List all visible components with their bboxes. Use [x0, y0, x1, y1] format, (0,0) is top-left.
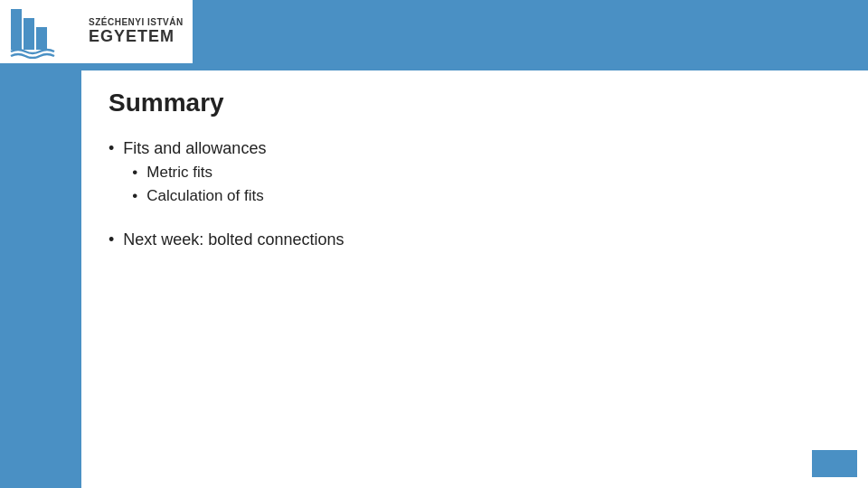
- list-item: Metric fits: [132, 164, 841, 182]
- logo-area: [0, 0, 81, 63]
- sub-bullet-list: Metric fits Calculation of fits: [132, 164, 841, 205]
- sub-bullet-metric: Metric fits: [146, 164, 212, 182]
- sub-bullet-calc: Calculation of fits: [146, 187, 263, 205]
- header-accent-line: [81, 63, 868, 70]
- list-item-next-week: Next week: bolted connections: [108, 230, 841, 249]
- bullet-list: Fits and allowances Metric fits Calculat…: [108, 139, 841, 249]
- slide-title: Summary: [108, 89, 841, 117]
- svg-rect-2: [36, 27, 47, 50]
- list-item: Fits and allowances Metric fits Calculat…: [108, 139, 841, 211]
- university-logo: [9, 5, 72, 59]
- left-sidebar: [0, 63, 81, 488]
- list-item: Calculation of fits: [132, 187, 841, 205]
- svg-rect-0: [11, 9, 22, 50]
- main-content: Summary Fits and allowances Metric fits …: [81, 70, 868, 488]
- header: SZÉCHENYI ISTVÁN EGYETEM: [0, 0, 868, 63]
- bullet-text-nextweek: Next week: bolted connections: [123, 230, 344, 249]
- bullet-group-fits: Fits and allowances Metric fits Calculat…: [123, 139, 841, 211]
- university-name-line2: EGYETEM: [89, 27, 184, 46]
- svg-rect-1: [24, 18, 34, 50]
- bullet-text-fits: Fits and allowances: [123, 139, 266, 157]
- bottom-right-decoration: [812, 450, 857, 477]
- university-name-area: SZÉCHENYI ISTVÁN EGYETEM: [81, 0, 184, 63]
- university-name-line1: SZÉCHENYI ISTVÁN: [89, 17, 184, 27]
- header-blue-bar: [193, 0, 868, 63]
